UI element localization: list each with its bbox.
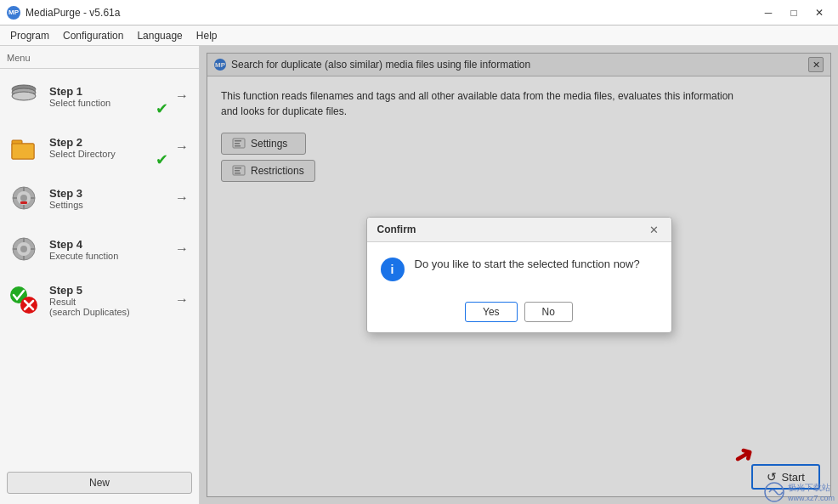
step4-icon (7, 232, 41, 266)
dialog-no-button[interactable]: No (524, 302, 573, 322)
menu-language[interactable]: Language (130, 28, 189, 43)
step4-subtitle: Execute function (49, 251, 172, 261)
close-button[interactable]: ✕ (807, 3, 831, 22)
step2-icon (7, 130, 41, 164)
menu-configuration[interactable]: Configuration (56, 28, 130, 43)
menu-bar: Program Configuration Language Help (0, 25, 838, 46)
dialog-message: Do you like to start the selected functi… (415, 256, 640, 273)
app-title: MediaPurge - v5.61a (25, 7, 756, 19)
step2-arrow: → (175, 139, 189, 155)
svg-point-4 (12, 92, 36, 100)
step3-arrow: → (175, 190, 189, 206)
step1-check: ✔ (156, 99, 168, 118)
sidebar-item-step3[interactable]: Step 3 Settings → (0, 173, 199, 224)
dialog-close-button[interactable]: ✕ (648, 223, 661, 236)
step5-title: Step 5 (49, 284, 172, 297)
dialog-info-icon: i (381, 258, 405, 281)
step4-arrow: → (175, 241, 189, 257)
svg-point-10 (20, 195, 27, 201)
step3-subtitle: Settings (49, 200, 172, 210)
sidebar-item-step5[interactable]: Step 5 Result (search Duplicates) → (0, 275, 199, 326)
app-icon: MP (7, 6, 20, 20)
step2-check: ✔ (156, 150, 168, 169)
dialog-yes-button[interactable]: Yes (465, 302, 518, 322)
content-area: MP Search for duplicate (also similar) m… (200, 46, 838, 504)
minimize-button[interactable]: ─ (756, 3, 780, 22)
step1-text: Step 1 Select function (49, 85, 172, 108)
main-layout: Menu Step 1 Select function → ✔ (0, 46, 838, 504)
svg-point-18 (20, 246, 27, 252)
step5-arrow: → (175, 292, 189, 308)
window-controls: ─ □ ✕ (756, 3, 831, 22)
step3-text: Step 3 Settings (49, 187, 172, 210)
step4-title: Step 4 (49, 238, 172, 251)
menu-help[interactable]: Help (190, 28, 224, 43)
step1-title: Step 1 (49, 85, 172, 98)
sidebar-item-step2[interactable]: Step 2 Select Directory → ✔ (0, 122, 199, 173)
maximize-button[interactable]: □ (782, 3, 806, 22)
dialog-overlay: Confirm ✕ i Do you like to start the sel… (200, 46, 838, 504)
dialog-body: i Do you like to start the selected func… (367, 242, 671, 295)
svg-rect-7 (12, 144, 34, 159)
step1-subtitle: Select function (49, 98, 172, 108)
step5-icon (7, 283, 41, 317)
step3-icon (7, 181, 41, 215)
step2-subtitle: Select Directory (49, 149, 172, 159)
step1-icon (7, 79, 41, 113)
step1-arrow: → (175, 88, 189, 104)
step5-subtitle: Result (49, 297, 172, 307)
step5-text: Step 5 Result (search Duplicates) (49, 284, 172, 317)
step2-text: Step 2 Select Directory (49, 136, 172, 159)
confirm-dialog: Confirm ✕ i Do you like to start the sel… (366, 217, 672, 333)
sidebar: Menu Step 1 Select function → ✔ (0, 46, 200, 504)
step5-subtitle2: (search Duplicates) (49, 307, 172, 317)
dialog-header: Confirm ✕ (367, 218, 671, 242)
new-button[interactable]: New (7, 472, 192, 494)
dialog-title: Confirm (377, 224, 416, 235)
sidebar-header: Menu (0, 49, 199, 69)
title-bar: MP MediaPurge - v5.61a ─ □ ✕ (0, 0, 838, 25)
step3-title: Step 3 (49, 187, 172, 200)
step4-text: Step 4 Execute function (49, 238, 172, 261)
sidebar-item-step4[interactable]: Step 4 Execute function → (0, 224, 199, 275)
menu-program[interactable]: Program (3, 28, 56, 43)
dialog-footer: Yes No (367, 295, 671, 332)
step2-title: Step 2 (49, 136, 172, 149)
sidebar-item-step1[interactable]: Step 1 Select function → ✔ (0, 71, 199, 122)
svg-rect-15 (20, 201, 27, 204)
